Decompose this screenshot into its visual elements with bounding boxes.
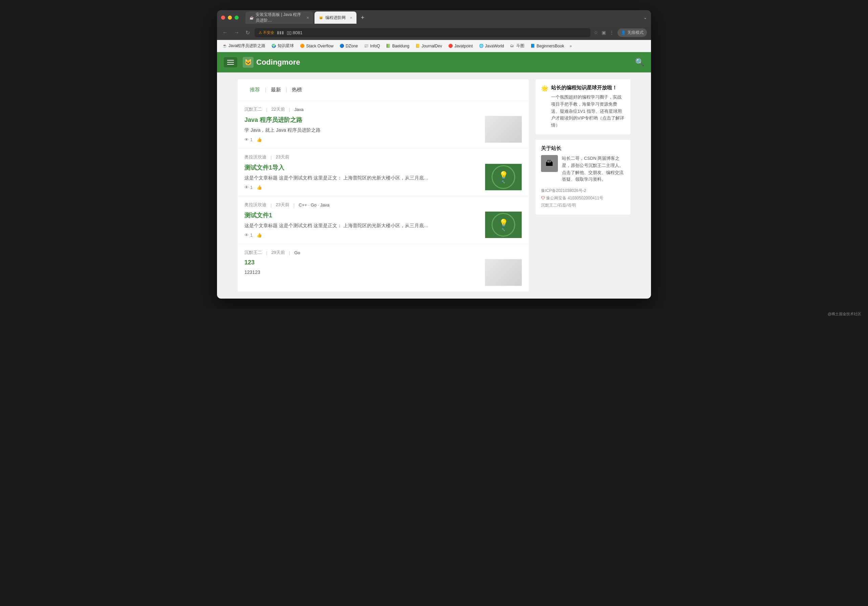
search-button[interactable]: 🔍 <box>635 58 644 67</box>
bookmark-javatpoint[interactable]: 🔴 Javatpoint <box>445 42 476 50</box>
content-area: 推荐 最新 热榜 沉默王二 | 22天前 | Java Java <box>238 79 529 292</box>
new-tab-button[interactable]: + <box>358 13 367 22</box>
bookmark-javaworld[interactable]: 🌐 JavaWorld <box>476 42 507 50</box>
site-content: 🐱 Codingmore 🔍 推荐 最新 热榜 沉默王二 <box>217 52 651 299</box>
article-time-1: 22天前 <box>271 106 285 112</box>
article-meta-3: 奥拉沃坎迪 | 23天前 | C++ · Go · Java <box>245 202 522 208</box>
tab-latest[interactable]: 最新 <box>265 85 287 95</box>
article-stats-1: 👁 1 👍 <box>245 137 479 142</box>
reader-mode-icon[interactable]: ▣ <box>601 30 606 35</box>
sidebar-promo: 🌟 站长的编程知识星球开放啦！ 一个氛围超好的编程学习圈子，实战项目手把手教，海… <box>541 85 625 129</box>
article-thumb-1 <box>485 116 522 143</box>
promo-icon: 🌟 <box>541 85 549 92</box>
like-icon-3: 👍 <box>257 232 262 238</box>
bookmark-javaworld-icon: 🌐 <box>479 44 484 48</box>
article-body-3: 测试文件1 这是个文章标题 这是个测试文档 这里是正文： 上海普陀区的光新大楼小… <box>245 211 522 238</box>
bookmark-dzone-label: DZone <box>346 44 358 48</box>
forward-button[interactable]: → <box>232 28 241 37</box>
bookmark-zhishi[interactable]: 🌍 知识星球 <box>269 42 296 50</box>
bookmark-infoq[interactable]: 📰 InfoQ <box>361 42 383 50</box>
article-text-2: 测试文件1导入 这是个文章标题 这是个测试文档 这里是正文： 上海普陀区的光新大… <box>245 164 479 190</box>
tab-2[interactable]: 🐱 编程进阶网 ✕ <box>315 11 356 24</box>
article-item-1: 沉默王二 | 22天前 | Java Java 程序员进阶之路 学 Java，就… <box>238 101 529 149</box>
promo-title[interactable]: 站长的编程知识星球开放啦！ <box>551 85 625 91</box>
hamburger-menu[interactable] <box>224 57 237 67</box>
menu-icon[interactable]: ⋮ <box>609 30 614 35</box>
avatar-placeholder: 🏔 <box>546 159 553 168</box>
article-desc-1: 学 Java，就上 Java 程序员进阶之路 <box>245 127 479 134</box>
tab-2-close[interactable]: ✕ <box>350 16 352 20</box>
views-1: 👁 1 <box>245 137 253 142</box>
eye-icon-3: 👁 <box>245 232 249 238</box>
thumb-placeholder-4 <box>485 259 522 286</box>
address-field[interactable]: ⚠ 不安全 ▮▮▮ ▯▯:8081 <box>254 28 591 37</box>
traffic-lights <box>221 15 239 20</box>
eye-icon-2: 👁 <box>245 185 249 190</box>
hamburger-line-3 <box>227 64 234 65</box>
back-button[interactable]: ← <box>221 28 229 37</box>
sidebar: 🌟 站长的编程知识星球开放啦！ 一个氛围超好的编程学习圈子，实战项目手把手教，海… <box>536 79 630 292</box>
beian-info: 豫ICP备2021038026号-2 🛡 豫公网安备 4103050200041… <box>541 187 625 209</box>
bookmark-dotu[interactable]: 🗂 斗图 <box>507 42 527 50</box>
bookmarks-more-button[interactable]: » <box>567 42 574 50</box>
tab-1-label: 安装宝塔面板 | Java 程序员进阶… <box>256 12 302 23</box>
tab-1[interactable]: ☕ 安装宝塔面板 | Java 程序员进阶… ✕ <box>245 11 313 24</box>
bookmark-baeldung[interactable]: 📗 Baeldung <box>383 42 412 50</box>
article-time-2: 23天前 <box>276 154 289 160</box>
about-title: 关于站长 <box>541 145 625 152</box>
author-links: 沉默王二/石磊/谷明 <box>541 202 625 209</box>
bookmark-stackoverflow-icon: 🟠 <box>300 44 305 48</box>
bookmark-stackoverflow[interactable]: 🟠 Stack Overflow <box>297 42 336 50</box>
tabs-chevron[interactable]: ⌄ <box>643 15 647 20</box>
site-logo[interactable]: 🐱 Codingmore <box>243 57 300 68</box>
article-title-2[interactable]: 测试文件1导入 <box>245 164 479 172</box>
article-tag-1: Java <box>294 107 303 112</box>
article-meta-2: 奥拉沃坎迪 | 23天前 <box>245 154 522 160</box>
close-button[interactable] <box>221 15 225 20</box>
incognito-label: 无痕模式 <box>627 30 643 36</box>
bookmark-journaldev[interactable]: 📒 JournalDev <box>413 42 445 50</box>
about-card: 关于站长 🏔 站长二哥，CSDN 两届博客之星，原创公号沉默王二主理人。点击了解… <box>536 140 630 215</box>
beian-2-text: 豫公网安备 41030502000411号 <box>546 196 603 200</box>
tab-recommended[interactable]: 推荐 <box>245 85 265 95</box>
bookmark-journaldev-icon: 📒 <box>415 44 420 48</box>
article-text-1: Java 程序员进阶之路 学 Java，就上 Java 程序员进阶之路 👁 1 … <box>245 116 479 142</box>
article-body-2: 测试文件1导入 这是个文章标题 这是个测试文档 这里是正文： 上海普陀区的光新大… <box>245 164 522 191</box>
tab-1-close[interactable]: ✕ <box>306 16 309 20</box>
article-title-3[interactable]: 测试文件1 <box>245 211 479 219</box>
tab-hot[interactable]: 热榜 <box>287 85 307 95</box>
beian-2: 🛡 豫公网安备 41030502000411号 <box>541 195 625 202</box>
bookmark-zhishi-icon: 🌍 <box>271 44 276 48</box>
site-header: 🐱 Codingmore 🔍 <box>217 52 651 73</box>
article-meta-4: 沉默王二 | 29天前 | Go <box>245 250 522 256</box>
title-bar: ☕ 安装宝塔面板 | Java 程序员进阶… ✕ 🐱 编程进阶网 ✕ + ⌄ <box>217 10 651 25</box>
bookmark-beginnersbook[interactable]: 📘 BeginnersBook <box>528 42 567 50</box>
reload-button[interactable]: ↻ <box>244 28 251 37</box>
article-tag-3: C++ · Go · Java <box>299 203 329 208</box>
minimize-button[interactable] <box>228 15 232 20</box>
article-tag-4: Go <box>294 250 300 255</box>
article-item-4: 沉默王二 | 29天前 | Go 123 123123 <box>238 244 529 292</box>
badge-thumb-3: 💡 🔧 <box>485 212 522 238</box>
article-title-4[interactable]: 123 <box>245 259 479 266</box>
bookmark-java[interactable]: ☕ Java程序员进阶之路 <box>220 42 268 50</box>
logo-text: Codingmore <box>256 58 300 67</box>
incognito-button[interactable]: 👤 无痕模式 <box>617 28 647 37</box>
likes-3: 👍 <box>257 232 262 238</box>
bookmark-javaworld-label: JavaWorld <box>485 44 504 48</box>
about-info: 🏔 站长二哥，CSDN 两届博客之星，原创公号沉默王二主理人。点击了解他、交朋友… <box>541 155 625 183</box>
fullscreen-button[interactable] <box>235 15 239 20</box>
tabs-area: ☕ 安装宝塔面板 | Java 程序员进阶… ✕ 🐱 编程进阶网 ✕ + ⌄ <box>245 11 647 24</box>
like-icon: 👍 <box>257 137 262 142</box>
bookmark-dotu-label: 斗图 <box>516 43 524 49</box>
beian-1: 豫ICP备2021038026号-2 <box>541 187 625 195</box>
article-author-4: 沉默王二 <box>245 250 262 256</box>
article-desc-2: 这是个文章标题 这是个测试文档 这里是正文： 上海普陀区的光新大楼小区，从三月底… <box>245 174 479 181</box>
about-avatar: 🏔 <box>541 155 558 172</box>
bookmark-dzone[interactable]: 🔵 DZone <box>337 42 361 50</box>
article-title-1[interactable]: Java 程序员进阶之路 <box>245 116 479 124</box>
bookmark-java-label: Java程序员进阶之路 <box>228 43 265 49</box>
bookmark-javatpoint-icon: 🔴 <box>448 44 453 48</box>
bookmark-icon[interactable]: ☆ <box>594 30 598 35</box>
incognito-icon: 👤 <box>621 30 626 35</box>
